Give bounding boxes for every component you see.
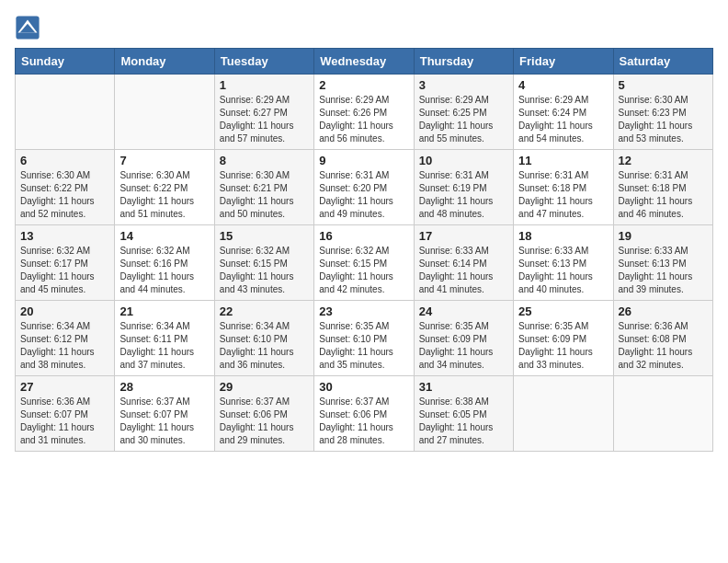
day-info: Sunrise: 6:35 AM Sunset: 6:09 PM Dayligh… <box>518 320 608 372</box>
calendar-cell: 11Sunrise: 6:31 AM Sunset: 6:18 PM Dayli… <box>514 150 613 225</box>
day-number: 31 <box>419 380 508 394</box>
day-number: 27 <box>20 380 109 394</box>
day-info: Sunrise: 6:37 AM Sunset: 6:06 PM Dayligh… <box>220 396 309 447</box>
day-number: 26 <box>619 304 708 318</box>
calendar-cell: 9Sunrise: 6:31 AM Sunset: 6:20 PM Daylig… <box>314 150 414 225</box>
weekday-header-saturday: Saturday <box>613 49 712 75</box>
day-number: 9 <box>319 154 408 167</box>
calendar-cell: 14Sunrise: 6:32 AM Sunset: 6:16 PM Dayli… <box>115 225 214 301</box>
weekday-header-sunday: Sunday <box>16 49 115 75</box>
calendar-cell: 6Sunrise: 6:30 AM Sunset: 6:22 PM Daylig… <box>16 150 115 225</box>
day-number: 20 <box>20 304 109 318</box>
day-info: Sunrise: 6:36 AM Sunset: 6:07 PM Dayligh… <box>20 396 109 447</box>
day-info: Sunrise: 6:36 AM Sunset: 6:08 PM Dayligh… <box>619 320 708 372</box>
day-number: 15 <box>220 229 309 243</box>
day-info: Sunrise: 6:33 AM Sunset: 6:13 PM Dayligh… <box>619 245 708 296</box>
calendar-cell: 3Sunrise: 6:29 AM Sunset: 6:25 PM Daylig… <box>414 75 513 150</box>
day-info: Sunrise: 6:29 AM Sunset: 6:24 PM Dayligh… <box>518 94 608 145</box>
day-number: 29 <box>220 380 309 394</box>
calendar-cell: 27Sunrise: 6:36 AM Sunset: 6:07 PM Dayli… <box>16 376 115 452</box>
day-info: Sunrise: 6:29 AM Sunset: 6:25 PM Dayligh… <box>419 94 508 145</box>
weekday-header-thursday: Thursday <box>414 49 513 75</box>
day-info: Sunrise: 6:35 AM Sunset: 6:10 PM Dayligh… <box>319 320 408 372</box>
calendar-cell: 1Sunrise: 6:29 AM Sunset: 6:27 PM Daylig… <box>214 75 313 150</box>
calendar-cell <box>16 75 115 150</box>
weekday-header-wednesday: Wednesday <box>314 49 414 75</box>
day-number: 30 <box>319 380 408 394</box>
day-info: Sunrise: 6:37 AM Sunset: 6:07 PM Dayligh… <box>119 396 209 447</box>
day-number: 4 <box>518 78 608 92</box>
day-info: Sunrise: 6:33 AM Sunset: 6:14 PM Dayligh… <box>419 245 508 296</box>
calendar-cell: 2Sunrise: 6:29 AM Sunset: 6:26 PM Daylig… <box>314 75 414 150</box>
calendar-week-2: 6Sunrise: 6:30 AM Sunset: 6:22 PM Daylig… <box>16 150 713 225</box>
calendar-cell: 5Sunrise: 6:30 AM Sunset: 6:23 PM Daylig… <box>613 75 712 150</box>
day-number: 19 <box>619 229 708 243</box>
day-number: 23 <box>319 304 408 318</box>
day-info: Sunrise: 6:33 AM Sunset: 6:13 PM Dayligh… <box>518 245 608 296</box>
calendar-cell: 18Sunrise: 6:33 AM Sunset: 6:13 PM Dayli… <box>514 225 613 301</box>
day-number: 25 <box>518 304 608 318</box>
calendar-cell: 23Sunrise: 6:35 AM Sunset: 6:10 PM Dayli… <box>314 301 414 376</box>
day-number: 5 <box>619 78 708 92</box>
day-info: Sunrise: 6:30 AM Sunset: 6:23 PM Dayligh… <box>619 94 708 145</box>
calendar-cell: 21Sunrise: 6:34 AM Sunset: 6:11 PM Dayli… <box>115 301 214 376</box>
calendar-cell: 7Sunrise: 6:30 AM Sunset: 6:22 PM Daylig… <box>115 150 214 225</box>
logo <box>15 15 44 40</box>
logo-icon <box>15 15 40 40</box>
day-number: 14 <box>119 229 209 243</box>
day-info: Sunrise: 6:30 AM Sunset: 6:21 PM Dayligh… <box>220 169 309 221</box>
calendar-week-5: 27Sunrise: 6:36 AM Sunset: 6:07 PM Dayli… <box>16 376 713 452</box>
day-number: 1 <box>220 78 309 92</box>
day-number: 21 <box>119 304 209 318</box>
header <box>15 15 713 40</box>
day-number: 28 <box>119 380 209 394</box>
day-info: Sunrise: 6:31 AM Sunset: 6:18 PM Dayligh… <box>619 169 708 221</box>
calendar-cell: 24Sunrise: 6:35 AM Sunset: 6:09 PM Dayli… <box>414 301 513 376</box>
day-info: Sunrise: 6:35 AM Sunset: 6:09 PM Dayligh… <box>419 320 508 372</box>
day-number: 11 <box>518 154 608 167</box>
calendar-cell: 17Sunrise: 6:33 AM Sunset: 6:14 PM Dayli… <box>414 225 513 301</box>
calendar-cell <box>613 376 712 452</box>
day-number: 17 <box>419 229 508 243</box>
day-number: 18 <box>518 229 608 243</box>
calendar-cell: 19Sunrise: 6:33 AM Sunset: 6:13 PM Dayli… <box>613 225 712 301</box>
day-info: Sunrise: 6:34 AM Sunset: 6:10 PM Dayligh… <box>220 320 309 372</box>
weekday-header-tuesday: Tuesday <box>214 49 313 75</box>
day-info: Sunrise: 6:29 AM Sunset: 6:26 PM Dayligh… <box>319 94 408 145</box>
day-info: Sunrise: 6:30 AM Sunset: 6:22 PM Dayligh… <box>20 169 109 221</box>
day-number: 3 <box>419 78 508 92</box>
calendar-cell: 8Sunrise: 6:30 AM Sunset: 6:21 PM Daylig… <box>214 150 313 225</box>
day-number: 22 <box>220 304 309 318</box>
day-info: Sunrise: 6:30 AM Sunset: 6:22 PM Dayligh… <box>119 169 209 221</box>
day-info: Sunrise: 6:31 AM Sunset: 6:20 PM Dayligh… <box>319 169 408 221</box>
calendar-cell: 26Sunrise: 6:36 AM Sunset: 6:08 PM Dayli… <box>613 301 712 376</box>
day-info: Sunrise: 6:32 AM Sunset: 6:15 PM Dayligh… <box>319 245 408 296</box>
day-number: 13 <box>20 229 109 243</box>
calendar-week-4: 20Sunrise: 6:34 AM Sunset: 6:12 PM Dayli… <box>16 301 713 376</box>
day-number: 7 <box>119 154 209 167</box>
calendar-cell: 28Sunrise: 6:37 AM Sunset: 6:07 PM Dayli… <box>115 376 214 452</box>
day-number: 8 <box>220 154 309 167</box>
day-info: Sunrise: 6:29 AM Sunset: 6:27 PM Dayligh… <box>220 94 309 145</box>
calendar-cell: 20Sunrise: 6:34 AM Sunset: 6:12 PM Dayli… <box>16 301 115 376</box>
calendar-cell: 22Sunrise: 6:34 AM Sunset: 6:10 PM Dayli… <box>214 301 313 376</box>
day-info: Sunrise: 6:31 AM Sunset: 6:19 PM Dayligh… <box>419 169 508 221</box>
calendar-cell <box>115 75 214 150</box>
day-info: Sunrise: 6:37 AM Sunset: 6:06 PM Dayligh… <box>319 396 408 447</box>
day-info: Sunrise: 6:32 AM Sunset: 6:15 PM Dayligh… <box>220 245 309 296</box>
day-info: Sunrise: 6:31 AM Sunset: 6:18 PM Dayligh… <box>518 169 608 221</box>
weekday-header-row: SundayMondayTuesdayWednesdayThursdayFrid… <box>16 49 713 75</box>
calendar-cell: 13Sunrise: 6:32 AM Sunset: 6:17 PM Dayli… <box>16 225 115 301</box>
calendar-week-1: 1Sunrise: 6:29 AM Sunset: 6:27 PM Daylig… <box>16 75 713 150</box>
day-number: 10 <box>419 154 508 167</box>
calendar-cell: 10Sunrise: 6:31 AM Sunset: 6:19 PM Dayli… <box>414 150 513 225</box>
day-info: Sunrise: 6:32 AM Sunset: 6:16 PM Dayligh… <box>119 245 209 296</box>
weekday-header-monday: Monday <box>115 49 214 75</box>
calendar-cell: 29Sunrise: 6:37 AM Sunset: 6:06 PM Dayli… <box>214 376 313 452</box>
calendar-cell: 12Sunrise: 6:31 AM Sunset: 6:18 PM Dayli… <box>613 150 712 225</box>
day-number: 2 <box>319 78 408 92</box>
day-info: Sunrise: 6:34 AM Sunset: 6:12 PM Dayligh… <box>20 320 109 372</box>
calendar-cell: 15Sunrise: 6:32 AM Sunset: 6:15 PM Dayli… <box>214 225 313 301</box>
calendar-week-3: 13Sunrise: 6:32 AM Sunset: 6:17 PM Dayli… <box>16 225 713 301</box>
day-number: 16 <box>319 229 408 243</box>
